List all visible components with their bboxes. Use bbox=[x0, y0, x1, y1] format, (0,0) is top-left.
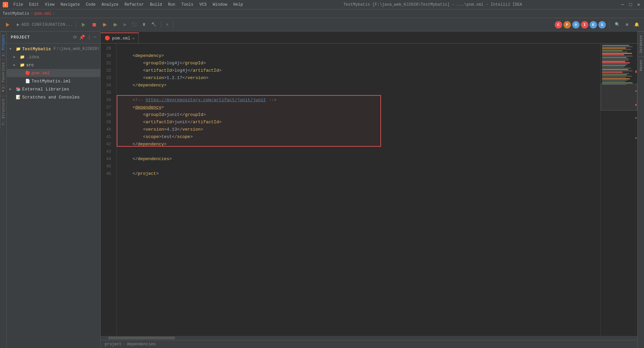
maven-tab[interactable]: Maven bbox=[638, 56, 644, 74]
more-run-button[interactable]: ⬛ bbox=[129, 20, 139, 29]
breadcrumb-bottom-project[interactable]: project bbox=[105, 342, 121, 347]
line-num-42: 42 bbox=[101, 141, 114, 148]
title-bar: I File Edit View Navigate Code Analyze R… bbox=[0, 0, 644, 9]
tree-label-idea: .idea bbox=[26, 55, 39, 60]
code-line-36: <!-- https://mvnrepository.com/artifact/… bbox=[117, 96, 600, 104]
menu-bar[interactable]: File Edit View Navigate Code Analyze Ref… bbox=[11, 2, 246, 8]
browser-icons: C F O I E S 🔍 ⚙ 🔔 bbox=[555, 20, 641, 29]
add-config-label[interactable]: ADD CONFIGURATION... bbox=[21, 22, 73, 27]
debug-button[interactable] bbox=[100, 20, 110, 29]
line-num-44: 44 bbox=[101, 155, 114, 163]
tree-item-scratches[interactable]: 📝 Scratches and Consoles bbox=[7, 93, 100, 101]
tree-item-iml[interactable]: 📄 TestMybatis.iml bbox=[7, 77, 100, 85]
menu-edit[interactable]: Edit bbox=[26, 2, 42, 8]
svg-rect-5 bbox=[93, 23, 96, 26]
minimize-button[interactable]: ─ bbox=[620, 2, 625, 7]
settings-button[interactable]: ⚙ bbox=[624, 20, 630, 29]
favorites-panel-tab[interactable]: ★2: Favorites bbox=[0, 59, 6, 96]
folder-icon-src: 📁 bbox=[19, 62, 25, 68]
line-num-46: 46 bbox=[101, 170, 114, 178]
database-tab[interactable]: Database bbox=[638, 31, 644, 56]
tree-item-external-libs[interactable]: ▶ 📚 External Libraries bbox=[7, 85, 100, 93]
close-button[interactable]: ✕ bbox=[636, 2, 641, 7]
breadcrumb-item-2[interactable]: pom.xml bbox=[34, 11, 51, 16]
menu-build[interactable]: Build bbox=[147, 2, 165, 8]
line-num-40: 40 bbox=[101, 126, 114, 133]
code-area[interactable]: <dependency> <groupId>log4j</groupId> <a… bbox=[117, 44, 600, 336]
code-line-30: <dependency> bbox=[117, 52, 600, 60]
tree-item-pomxml[interactable]: 🔴 pom.xml bbox=[7, 69, 100, 77]
edge-icon[interactable]: E bbox=[590, 21, 597, 28]
arrow-src: ▶ bbox=[13, 63, 18, 67]
line-num-43: 43 bbox=[101, 148, 114, 155]
menu-run[interactable]: Run bbox=[165, 2, 178, 8]
menu-tools[interactable]: Tools bbox=[179, 2, 196, 8]
line-num-33: 33 bbox=[101, 74, 114, 82]
notification-button[interactable]: 🔔 bbox=[632, 20, 641, 29]
breadcrumb-item-1[interactable]: TestMybatis bbox=[3, 11, 29, 16]
toolbar: ADD CONFIGURATION... ▷ ⬛ ⏸ 🔨 ⑃ C F O I E… bbox=[0, 18, 644, 31]
app-logo: I bbox=[3, 2, 8, 7]
tree-item-src[interactable]: ▶ 📁 src bbox=[7, 61, 100, 69]
options-icon[interactable]: ⋮ bbox=[87, 34, 92, 40]
pause-button[interactable]: ⏸ bbox=[140, 20, 148, 29]
menu-window[interactable]: Window bbox=[210, 2, 230, 8]
menu-help[interactable]: Help bbox=[230, 2, 246, 8]
run-button[interactable] bbox=[79, 20, 88, 29]
code-line-43 bbox=[117, 148, 600, 155]
git-button[interactable]: ⑃ bbox=[164, 20, 170, 29]
tab-pomxml[interactable]: 🔴 pom.xml ✕ bbox=[101, 32, 139, 43]
scrollbar-thumb[interactable] bbox=[108, 337, 175, 339]
menu-view[interactable]: View bbox=[42, 2, 57, 8]
svg-marker-3 bbox=[17, 23, 19, 26]
menu-refactor[interactable]: Refactor bbox=[122, 2, 147, 8]
line-num-30: 30 bbox=[101, 52, 114, 60]
opera-icon[interactable]: O bbox=[572, 21, 580, 28]
menu-code[interactable]: Code bbox=[83, 2, 98, 8]
tree-item-idea[interactable]: ▶ 📁 .idea bbox=[7, 53, 100, 61]
menu-vcs[interactable]: VCS bbox=[197, 2, 210, 8]
tree-label-iml: TestMybatis.iml bbox=[32, 79, 71, 84]
toolbar-run-config[interactable] bbox=[3, 20, 12, 29]
svg-marker-4 bbox=[82, 23, 85, 27]
build-button[interactable]: 🔨 bbox=[149, 20, 158, 29]
toolbar-separator-4 bbox=[609, 21, 609, 28]
chrome-icon[interactable]: C bbox=[555, 21, 562, 28]
structure-panel-tab[interactable]: 7: Structure bbox=[0, 96, 6, 128]
menu-file[interactable]: File bbox=[11, 2, 26, 8]
svg-marker-8 bbox=[114, 23, 117, 27]
profile-button[interactable]: ▷ bbox=[122, 20, 128, 29]
tree-sublabel-testmybatis: F:\java_web_KJ2020\TestMybatis bbox=[54, 47, 100, 51]
code-line-37: <dependency> bbox=[117, 104, 600, 111]
ie-icon[interactable]: I bbox=[581, 21, 588, 28]
main-layout: 1: Project ★2: Favorites 7: Structure Pr… bbox=[0, 31, 644, 348]
horizontal-scrollbar[interactable] bbox=[101, 336, 637, 340]
line-num-31: 31 bbox=[101, 60, 114, 67]
line-num-35: 35 bbox=[101, 89, 114, 96]
code-line-39: <artifactId>junit</artifactId> bbox=[117, 119, 600, 126]
sync-icon[interactable]: ⟳ bbox=[73, 34, 77, 40]
svg-text:I: I bbox=[4, 3, 6, 7]
firefox-icon[interactable]: F bbox=[564, 21, 571, 28]
coverage-button[interactable] bbox=[111, 20, 120, 29]
maximize-button[interactable]: □ bbox=[628, 2, 633, 7]
tree-item-testmybatis[interactable]: ▼ 📁 TestMybatis F:\java_web_KJ2020\TestM… bbox=[7, 45, 100, 53]
breadcrumb-bottom-dependencies[interactable]: dependencies bbox=[127, 342, 156, 347]
close-sidebar-icon[interactable]: ─ bbox=[94, 34, 96, 40]
project-panel-tab[interactable]: 1: Project bbox=[0, 31, 6, 59]
top-breadcrumb: TestMybatis › pom.xml › bbox=[0, 9, 644, 18]
line-num-34: 34 bbox=[101, 82, 114, 89]
line-num-32: 32 bbox=[101, 67, 114, 74]
search-toolbar-button[interactable]: 🔍 bbox=[613, 20, 622, 29]
menu-analyze[interactable]: Analyze bbox=[99, 2, 121, 8]
menu-navigate[interactable]: Navigate bbox=[58, 2, 83, 8]
file-icon-scratches: 📝 bbox=[15, 94, 21, 100]
code-line-41: <scope>test</scope> bbox=[117, 133, 600, 141]
code-line-40: <version>4.13</version> bbox=[117, 126, 600, 133]
minimap-viewport[interactable] bbox=[601, 84, 637, 111]
tree-label-src: src bbox=[26, 63, 34, 68]
safari-icon[interactable]: S bbox=[598, 21, 606, 28]
pin-icon[interactable]: 📌 bbox=[79, 34, 85, 40]
tab-pomxml-close[interactable]: ✕ bbox=[132, 36, 135, 41]
stop-button[interactable] bbox=[90, 20, 99, 29]
